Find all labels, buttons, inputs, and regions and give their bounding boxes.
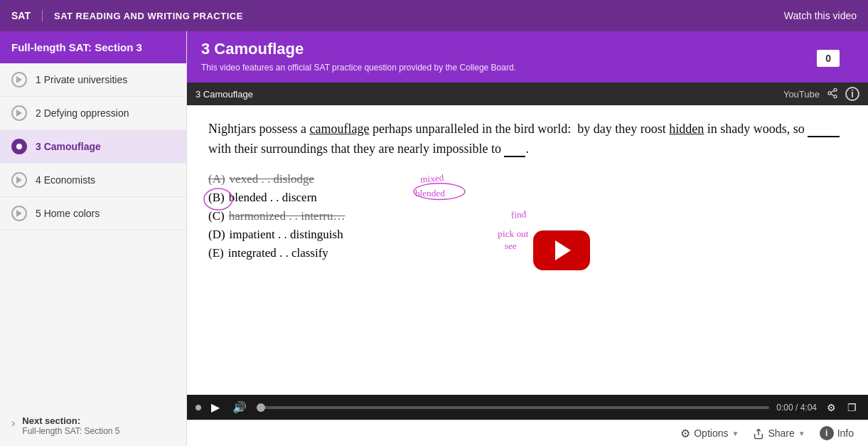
share-icon-toolbar — [753, 427, 764, 440]
options-button[interactable]: ⚙ Options ▼ — [680, 427, 739, 440]
controls-right: ⚙ ❐ — [824, 400, 859, 415]
answer-choice-d: (D) impatient . . distinguish — [208, 228, 847, 242]
video-topbar-right: YouTube i — [783, 87, 859, 101]
svg-point-0 — [834, 88, 837, 91]
sidebar-item-5[interactable]: 5 Home colors — [0, 197, 186, 230]
play-icon-1 — [16, 76, 22, 83]
share-button[interactable]: Share ▼ — [753, 427, 805, 440]
content-header: 3 Camouflage 0 This video features an of… — [187, 31, 868, 83]
sidebar-item-1[interactable]: 1 Private universities — [0, 63, 186, 97]
youtube-label: YouTube — [783, 89, 820, 100]
section-title: SAT READING AND WRITING PRACTICE — [54, 11, 243, 21]
share-icon[interactable] — [827, 87, 838, 101]
video-counter: 0 — [817, 50, 840, 67]
share-caret: ▼ — [798, 430, 805, 437]
sidebar-item-4[interactable]: 4 Economists — [0, 164, 186, 197]
fullscreen-button[interactable]: ❐ — [845, 400, 859, 415]
sidebar: Full-length SAT: Section 3 1 Private uni… — [0, 31, 187, 446]
main-layout: Full-length SAT: Section 3 1 Private uni… — [0, 31, 868, 446]
info-circle-icon: i — [820, 426, 834, 440]
info-icon-topbar[interactable]: i — [845, 87, 859, 101]
course-title[interactable]: Full-length SAT: Section 3 — [0, 31, 186, 63]
sidebar-item-3[interactable]: 3 Camouflage — [0, 130, 186, 164]
svg-point-1 — [828, 92, 831, 95]
answer-choice-a: (A) vexed . . dislodge — [208, 172, 847, 186]
svg-line-3 — [831, 94, 835, 96]
play-pause-button[interactable]: ▶ — [208, 399, 223, 415]
answer-choice-b: (B) blended . . discern — [208, 191, 847, 205]
next-section[interactable]: › Next section: Full-length SAT: Section… — [0, 405, 186, 446]
circle-icon-2 — [11, 105, 27, 121]
question-text: Nightjars possess a camouflage perhaps u… — [208, 120, 847, 159]
page-title: 3 Camouflage — [201, 40, 854, 58]
subtitle: This video features an official SAT prac… — [201, 63, 854, 73]
sidebar-item-2[interactable]: 2 Defying oppression — [0, 97, 186, 130]
info-button[interactable]: i Info — [820, 426, 854, 440]
sat-badge: SAT — [11, 10, 43, 21]
circle-icon-1 — [11, 72, 27, 87]
bottom-toolbar: ⚙ Options ▼ Share ▼ i Info — [187, 420, 868, 446]
play-button[interactable] — [533, 230, 590, 270]
question-area: Nightjars possess a camouflage perhaps u… — [187, 105, 868, 395]
options-caret: ▼ — [732, 430, 739, 437]
circle-icon-3 — [11, 139, 27, 154]
play-icon-4 — [16, 176, 22, 184]
video-content: Nightjars possess a camouflage perhaps u… — [187, 105, 868, 395]
chevron-right-icon: › — [11, 417, 15, 430]
settings-button[interactable]: ⚙ — [824, 400, 839, 415]
answer-choice-e: (E) integrated . . classify — [208, 246, 847, 260]
scrubber-position-dot — [195, 405, 201, 410]
video-controls: ▶ 🔊 0:00 / 4:04 ⚙ ❐ — [187, 395, 868, 420]
play-icon-5 — [16, 210, 22, 217]
video-topbar-title: 3 Camouflage — [195, 89, 253, 100]
svg-line-4 — [831, 90, 835, 92]
gear-icon: ⚙ — [680, 427, 690, 440]
svg-point-2 — [834, 95, 837, 97]
time-display: 0:00 / 4:04 — [776, 403, 817, 413]
progress-dot — [257, 403, 265, 412]
content-header-row: 3 Camouflage 0 — [201, 40, 854, 58]
watch-video-link[interactable]: Watch this video — [784, 10, 857, 21]
content-area: 3 Camouflage 0 This video features an of… — [187, 31, 868, 446]
progress-bar[interactable] — [257, 406, 769, 409]
video-topbar: 3 Camouflage YouTube i — [187, 83, 868, 105]
answer-choice-c: (C) harmonized . . interru… — [208, 209, 847, 223]
top-header: SAT SAT READING AND WRITING PRACTICE Wat… — [0, 0, 868, 31]
circle-icon-4 — [11, 172, 27, 188]
volume-button[interactable]: 🔊 — [230, 399, 250, 415]
play-icon-2 — [16, 110, 22, 117]
circle-icon-5 — [11, 206, 27, 221]
video-wrapper: 3 Camouflage YouTube i — [187, 83, 868, 420]
